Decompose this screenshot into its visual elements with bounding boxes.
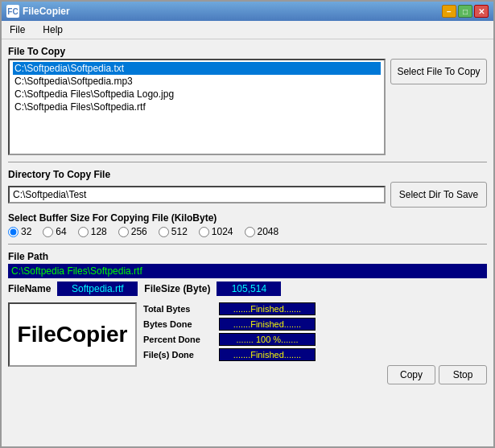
select-dir-button[interactable]: Select Dir To Save (390, 182, 487, 208)
files-done-row: File(s) Done .......Finished....... (143, 348, 487, 361)
filesize-value: 105,514 (217, 282, 281, 296)
files-done-value: .......Finished....... (219, 348, 316, 361)
copy-button[interactable]: Copy (387, 365, 435, 384)
title-bar-left: FC FileCopier (6, 5, 70, 18)
total-bytes-value: .......Finished....... (219, 302, 316, 315)
buffer-256[interactable]: 256 (118, 226, 147, 237)
total-bytes-label: Total Bytes (143, 304, 216, 314)
bottom-section: FileCopier Total Bytes .......Finished..… (8, 302, 487, 384)
percent-done-row: Percent Done ....... 100 %....... (143, 333, 487, 346)
buffer-64[interactable]: 64 (43, 226, 66, 237)
percent-done-label: Percent Done (143, 335, 216, 344)
minimize-button[interactable]: − (442, 5, 456, 18)
app-logo: FileCopier (8, 302, 137, 367)
stats-box: Total Bytes .......Finished....... Bytes… (143, 302, 487, 384)
buffer-1024[interactable]: 1024 (199, 226, 233, 237)
file-item-0[interactable]: C:\Softpedia\Softpedia.txt (13, 62, 381, 75)
title-buttons: − □ ✕ (442, 5, 489, 18)
maximize-button[interactable]: □ (458, 5, 472, 18)
content-area: File To Copy C:\Softpedia\Softpedia.txt … (2, 39, 493, 446)
directory-label: Directory To Copy File (8, 169, 487, 180)
files-done-label: File(s) Done (143, 350, 216, 360)
directory-section: Directory To Copy File Select Dir To Sav… (8, 169, 487, 208)
file-to-copy-label: File To Copy (8, 46, 487, 57)
app-icon: FC (6, 5, 19, 18)
title-text: FileCopier (23, 6, 70, 17)
directory-input[interactable] (8, 186, 386, 203)
menu-bar: File Help (2, 21, 493, 39)
buffer-label: Select Buffer Size For Copying File (Kil… (8, 212, 487, 224)
bytes-done-row: Bytes Done .......Finished....... (143, 318, 487, 331)
file-to-copy-row: C:\Softpedia\Softpedia.txt C:\Softpedia\… (8, 59, 487, 155)
separator-1 (8, 162, 487, 162)
buffer-radio-row: 32 64 128 256 512 1024 204 (8, 226, 487, 237)
filename-row: FileName Softpedia.rtf FileSize (Byte) 1… (8, 282, 487, 296)
select-file-button[interactable]: Select File To Copy (390, 59, 487, 84)
copy-stop-row: Copy Stop (143, 365, 487, 384)
filepath-label: File Path (8, 251, 487, 262)
bytes-done-value: .......Finished....... (219, 318, 316, 331)
bytes-done-label: Bytes Done (143, 319, 216, 329)
percent-done-value: ....... 100 %....... (219, 333, 316, 346)
directory-row: Select Dir To Save (8, 182, 487, 208)
separator-2 (8, 244, 487, 245)
file-to-copy-section: File To Copy C:\Softpedia\Softpedia.txt … (8, 46, 487, 155)
stop-button[interactable]: Stop (439, 365, 487, 384)
filename-value: Softpedia.rtf (57, 282, 138, 296)
title-bar: FC FileCopier − □ ✕ (2, 2, 493, 21)
filesize-label: FileSize (Byte) (144, 283, 210, 294)
total-bytes-row: Total Bytes .......Finished....... (143, 302, 487, 315)
filepath-bar: C:\Softpedia Files\Softpedia.rtf (8, 264, 487, 278)
close-button[interactable]: ✕ (474, 5, 489, 18)
file-item-2[interactable]: C:\Softpedia Files\Softpedia Logo.jpg (13, 88, 381, 101)
buffer-32[interactable]: 32 (8, 226, 31, 237)
buffer-section: Select Buffer Size For Copying File (Kil… (8, 212, 487, 237)
file-list-box[interactable]: C:\Softpedia\Softpedia.txt C:\Softpedia\… (8, 59, 386, 155)
buffer-2048[interactable]: 2048 (245, 226, 279, 237)
buffer-512[interactable]: 512 (159, 226, 188, 237)
menu-file[interactable]: File (5, 23, 30, 37)
filepath-section: File Path C:\Softpedia Files\Softpedia.r… (8, 251, 487, 296)
file-item-1[interactable]: C:\Softpedia\Softpedia.mp3 (13, 75, 381, 88)
menu-help[interactable]: Help (38, 23, 68, 37)
filename-label: FileName (8, 283, 51, 294)
main-window: FC FileCopier − □ ✕ File Help File To Co… (0, 0, 495, 448)
file-item-3[interactable]: C:\Softpedia Files\Softpedia.rtf (13, 101, 381, 113)
buffer-128[interactable]: 128 (78, 226, 107, 237)
